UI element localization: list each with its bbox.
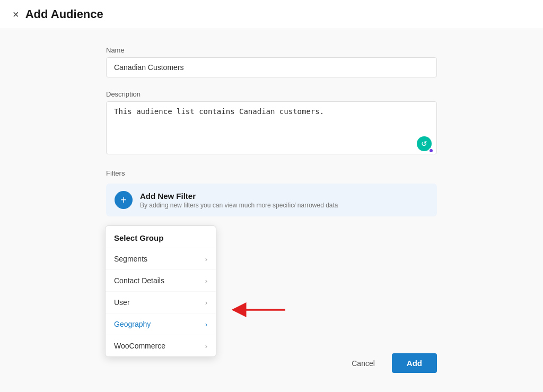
name-input[interactable]: [106, 57, 437, 77]
add-filter-text: Add New Filter By adding new filters you…: [140, 191, 338, 209]
name-field-group: Name: [106, 46, 437, 77]
add-filter-button[interactable]: +: [115, 191, 133, 209]
description-label: Description: [106, 90, 437, 98]
header: × Add Audience: [0, 0, 543, 29]
dropdown-item-label: User: [114, 298, 130, 307]
cancel-button[interactable]: Cancel: [343, 354, 383, 373]
chevron-icon: ›: [205, 277, 207, 285]
add-filter-title: Add New Filter: [140, 191, 338, 201]
close-button[interactable]: ×: [13, 9, 19, 20]
chevron-icon: ›: [205, 342, 207, 350]
add-filter-subtitle: By adding new filters you can view much …: [140, 202, 338, 209]
dropdown-item-contact-details[interactable]: Contact Details ›: [106, 270, 216, 292]
dropdown-item-woocommerce[interactable]: WooCommerce ›: [106, 335, 216, 356]
textarea-wrapper: ↺: [106, 101, 437, 156]
ai-dot-indicator: [428, 148, 434, 153]
dropdown-item-label: Segments: [114, 255, 147, 263]
main-content: Name Description ↺ Filters + Add New Fil…: [0, 29, 543, 392]
dropdown-item-label: Geography: [114, 320, 151, 328]
select-group-dropdown: Select Group Segments › Contact Details …: [105, 225, 216, 357]
dropdown-item-geography[interactable]: Geography ›: [106, 313, 216, 335]
dropdown-item-label: WooCommerce: [114, 342, 165, 350]
chevron-icon: ›: [205, 320, 207, 328]
chevron-icon: ›: [205, 255, 207, 263]
add-button[interactable]: Add: [392, 353, 437, 373]
dropdown-item-user[interactable]: User ›: [106, 292, 216, 313]
red-arrow-indicator: [228, 300, 286, 322]
dropdown-item-label: Contact Details: [114, 276, 164, 285]
chevron-icon: ›: [205, 299, 207, 307]
page-title: Add Audience: [25, 7, 103, 21]
description-input[interactable]: [106, 101, 437, 154]
filters-label: Filters: [106, 169, 437, 177]
action-bar: Cancel Add: [343, 353, 437, 373]
add-filter-row: + Add New Filter By adding new filters y…: [106, 184, 437, 216]
dropdown-title: Select Group: [106, 226, 216, 248]
filters-section: Filters + Add New Filter By adding new f…: [106, 169, 437, 216]
dropdown-item-segments[interactable]: Segments ›: [106, 248, 216, 270]
description-field-group: Description ↺: [106, 90, 437, 156]
name-label: Name: [106, 46, 437, 54]
